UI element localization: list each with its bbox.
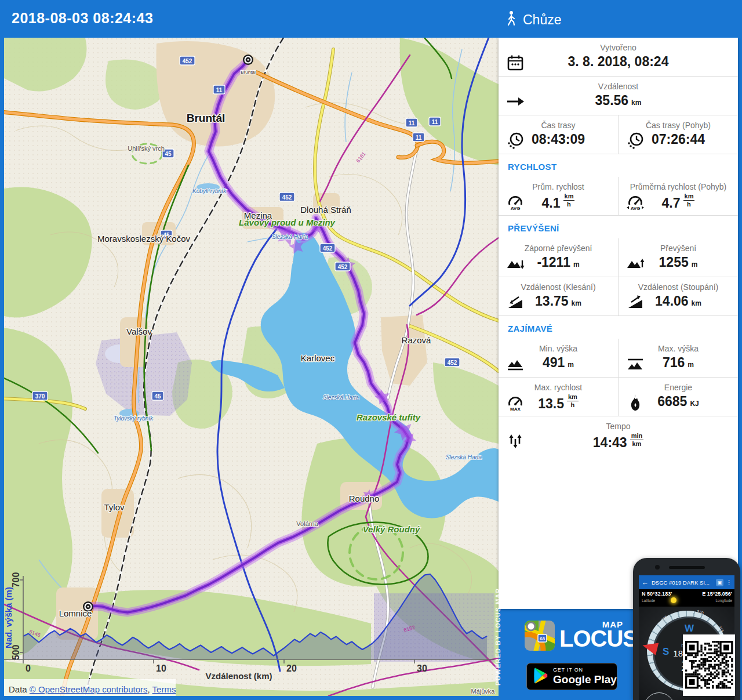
chart-x-label: Vzdálenost (km) <box>205 671 272 681</box>
map-label: Razová <box>402 335 432 345</box>
road-shield-number: 452 <box>448 360 457 366</box>
max-altitude-icon <box>626 354 645 373</box>
attr-sep: , <box>148 684 152 694</box>
map-label: Májůvka <box>471 688 496 695</box>
svg-text:MAX: MAX <box>510 407 521 412</box>
compass-deg-270: 270 <box>696 609 704 615</box>
section-interesting: ZAJÍMAVÉ <box>499 315 738 339</box>
map-label: Razovské tufity <box>357 412 421 422</box>
stat-distance-uphill: Vzdálenost (Stoupání) 14.06km <box>618 277 738 315</box>
phone-speaker <box>669 566 705 569</box>
road-shield-number: 452 <box>323 245 333 252</box>
road-shield-number: 11 <box>216 87 223 93</box>
map-canvas[interactable]: 0102030500700Vzdálenost (km)Nad. výška (… <box>4 38 499 696</box>
sun-icon <box>671 597 676 603</box>
stat-avg-speed-moving: AVG Průměrná rychlost (Pohyb) 4.7kmh <box>618 177 738 215</box>
back-arrow-icon: ← <box>642 578 649 586</box>
map-label: Moravskoslezský Kočov <box>97 234 191 244</box>
stat-distance: Vzdálenost 35.56km <box>499 77 738 115</box>
chart-y-tick: 700 <box>11 572 21 588</box>
terms-link[interactable]: Terms <box>152 684 176 694</box>
compass-letter-w: W <box>685 623 694 634</box>
chart-x-tick: 30 <box>417 663 427 673</box>
phone-appbar-icon: ▣ <box>716 579 723 586</box>
phone-coordinates: N 50°32.183' E 15°25.056' Latitude Longi… <box>639 589 734 607</box>
stat-label: Čas trasy <box>499 121 618 130</box>
map-label: Velký Roudný <box>363 524 420 534</box>
map-label: Dlouhá Stráň <box>300 205 351 215</box>
map-label: Valšov <box>126 327 152 336</box>
road-shield-number: 452 <box>282 194 292 201</box>
stat-label: Záporné převýšení <box>499 244 618 253</box>
google-play-icon <box>533 667 548 687</box>
map-label: Volárna <box>296 520 318 527</box>
min-altitude-icon <box>506 354 525 373</box>
stat-max-altitude: Max. výška 716m <box>618 339 738 377</box>
elevation-up-icon <box>626 254 645 273</box>
svg-text:68: 68 <box>540 636 545 641</box>
google-play-label: Google Play <box>553 673 617 686</box>
road-shield-number: 11 <box>432 119 438 125</box>
energy-flame-icon <box>626 393 645 412</box>
longitude-value: E 15°25.056' <box>702 591 732 597</box>
road-shield-number: 11 <box>416 135 422 141</box>
track-date-title: 2018-08-03 08:24:43 <box>12 10 153 27</box>
road-shield-number: 45 <box>165 151 172 157</box>
locus-word: LOCUS <box>559 626 638 652</box>
svg-text:AVG: AVG <box>631 206 641 211</box>
attr-prefix: Data <box>9 684 30 694</box>
pace-arrows-icon <box>506 432 525 451</box>
stat-tempo: Tempo 14:43minkm <box>499 416 738 455</box>
stats-panel: Vytvořeno 3. 8. 2018, 08:24 Vzdálenost 3… <box>499 38 738 609</box>
chart-x-tick: 0 <box>26 663 31 673</box>
stat-avg-speed: AVG Prům. rychlost 4.1kmh <box>499 177 618 215</box>
map-label: Roudno <box>349 494 380 503</box>
compass-deg-315: 315 <box>718 625 725 633</box>
overflow-menu-icon: ⋮ <box>726 579 732 586</box>
locus-track-export-page: 2018-08-03 08:24:43 Chůze <box>0 0 742 700</box>
phone-appbar: ← DSGC #019 DARK SI... ▣ ⋮ <box>639 575 734 589</box>
stat-track-time-moving: Čas trasy (Pohyb) 07:26:44 <box>618 115 738 154</box>
locus-wordmark: MAP LOCUS <box>559 621 623 652</box>
elevation-down-icon <box>506 254 525 273</box>
avg-speed-icon: AVG <box>506 193 525 211</box>
svg-text:AVG: AVG <box>511 206 521 211</box>
road-shield-number: 452 <box>183 58 192 64</box>
google-play-badge[interactable]: GET IT ON Google Play <box>526 663 617 690</box>
mini-compass-dial: 8° <box>643 692 675 700</box>
section-elevation: PŘEVÝŠENÍ <box>499 215 738 238</box>
map-label: Lávový proud u Meziny <box>239 217 336 227</box>
latitude-value: N 50°32.183' <box>642 591 672 597</box>
map-label: Karlovec <box>301 353 335 363</box>
route-time-moving-icon <box>626 131 645 150</box>
stat-value: 35.56km <box>499 93 738 108</box>
map-attribution: Data © OpenStreetMap contributors, Terms <box>4 679 176 696</box>
section-speed: RYCHLOST <box>499 154 738 177</box>
arrow-right-icon <box>506 92 525 111</box>
avg-speed-moving-icon: AVG <box>626 193 645 211</box>
map-label: Kobylí rybník <box>192 188 227 194</box>
header-bar: 2018-08-03 08:24:43 Chůze <box>0 0 742 38</box>
stat-track-time: Čas trasy 08:43:09 <box>499 115 618 154</box>
stat-created: Vytvořeno 3. 8. 2018, 08:24 <box>499 38 738 76</box>
stat-label: Max. rychlost <box>499 383 618 392</box>
map-label: Uhlířský vrch <box>128 145 165 152</box>
map-label: Bruntál <box>241 70 256 75</box>
osm-link[interactable]: © OpenStreetMap contributors <box>30 684 148 694</box>
stat-label: Energie <box>619 383 738 392</box>
google-play-text: GET IT ON Google Play <box>553 667 617 686</box>
map-label: Tylovský rybník <box>114 415 154 422</box>
locus-logo-icon: 68 <box>525 621 555 653</box>
longitude-label: Longitude <box>715 599 732 603</box>
calendar-icon <box>506 53 525 72</box>
stat-label: Min. výška <box>499 344 618 353</box>
osm-attribution: Data © OpenStreetMap contributors, Terms <box>9 684 176 694</box>
route-time-icon <box>506 131 525 150</box>
map-svg: 0102030500700Vzdálenost (km)Nad. výška (… <box>4 38 499 696</box>
walking-person-icon <box>505 10 517 30</box>
stat-label: Čas trasy (Pohyb) <box>619 121 738 130</box>
chart-y-label: Nad. výška (m) <box>4 587 13 648</box>
phone-appbar-title: DSGC #019 DARK SI... <box>652 579 716 586</box>
chart-x-tick: 10 <box>156 663 166 673</box>
map-label: Slezská Harta <box>323 394 359 401</box>
